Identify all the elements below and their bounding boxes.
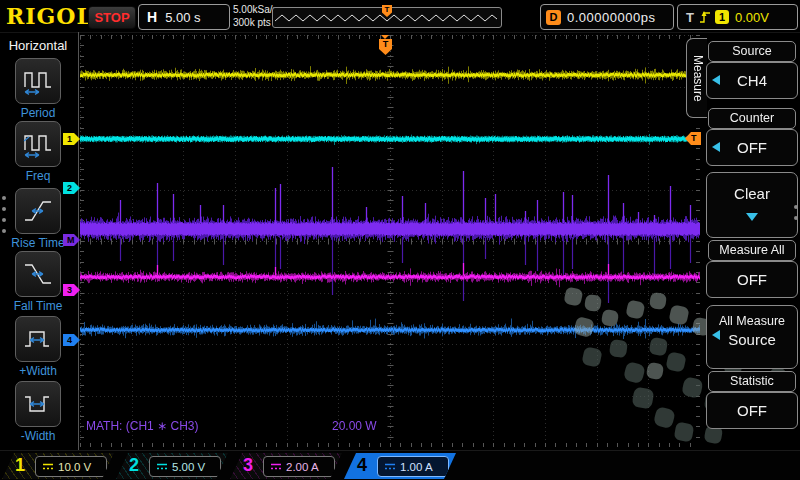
waveform-canvas bbox=[80, 35, 700, 447]
trigger-position-arrow bbox=[381, 35, 389, 39]
measure-menu-panel: Measure Source CH4 Counter OFF Clear Mea… bbox=[684, 32, 800, 450]
channel-scale-value: 5.00 V bbox=[172, 461, 205, 473]
all-measure-source-softkey[interactable]: All Measure Source bbox=[706, 305, 798, 369]
delay-box[interactable]: D 0.00000000ps bbox=[540, 4, 674, 30]
channel-scale-box: 2.00 A bbox=[263, 456, 335, 477]
rising-edge-icon bbox=[699, 10, 711, 24]
dc-coupling-icon bbox=[42, 462, 54, 471]
dc-coupling-icon bbox=[384, 462, 396, 471]
measure-tab[interactable]: Measure bbox=[686, 38, 707, 118]
channel-number: 3 bbox=[243, 455, 253, 476]
math-expression-readout: MATH: (CH1 ∗ CH3) bbox=[86, 419, 199, 433]
menu-scroll-dot bbox=[794, 216, 798, 220]
clear-softkey[interactable]: Clear bbox=[706, 172, 798, 238]
dc-coupling-icon bbox=[156, 462, 168, 471]
statistic-softkey[interactable]: OFF bbox=[706, 392, 798, 429]
channel-badge-4[interactable]: 4 1.00 A bbox=[344, 453, 456, 479]
rise-time-icon bbox=[15, 188, 61, 234]
trigger-box[interactable]: T 1 0.00V bbox=[677, 4, 798, 30]
waveform-preview[interactable]: T bbox=[272, 7, 502, 28]
fall-time-icon bbox=[15, 251, 61, 297]
sample-rate: 5.00kSa/s bbox=[233, 3, 277, 16]
channel-scale-box: 1.00 A bbox=[377, 456, 449, 477]
run-state-badge[interactable]: STOP bbox=[88, 6, 136, 29]
menu-item-plus-width[interactable]: +Width bbox=[0, 316, 76, 378]
left-menu-title: Horizontal bbox=[0, 38, 76, 53]
source-label: Source bbox=[708, 41, 796, 62]
all-measure-line2: Source bbox=[707, 331, 797, 348]
math-scale-readout: 20.00 W bbox=[332, 419, 377, 433]
left-arrow-icon bbox=[712, 142, 720, 152]
menu-scroll-dot bbox=[2, 207, 6, 211]
menu-item-label: Period bbox=[0, 106, 76, 120]
menu-scroll-dot bbox=[2, 196, 6, 200]
menu-item-label: Fall Time bbox=[0, 299, 76, 313]
menu-item-minus-width[interactable]: -Width bbox=[0, 381, 76, 443]
channel-scale-value: 2.00 A bbox=[286, 461, 319, 473]
trigger-prefix: T bbox=[686, 10, 694, 25]
delay-prefix: D bbox=[546, 10, 561, 25]
menu-item-label: -Width bbox=[0, 429, 76, 443]
measure-all-label: Measure All bbox=[708, 240, 796, 261]
channel-scale-box: 5.00 V bbox=[149, 456, 221, 477]
plus-width-icon bbox=[15, 316, 61, 362]
period-icon bbox=[15, 58, 61, 104]
channel-scale-value: 10.0 V bbox=[58, 461, 91, 473]
channel-badge-3[interactable]: 3 2.00 A bbox=[230, 453, 342, 479]
menu-scroll-dot bbox=[2, 229, 6, 233]
channel-number: 4 bbox=[357, 455, 367, 476]
horizontal-scale-value: 5.00 s bbox=[165, 10, 200, 25]
horizontal-scale-box[interactable]: H 5.00 s bbox=[138, 4, 230, 30]
dc-coupling-icon bbox=[270, 462, 282, 471]
menu-scroll-dot bbox=[2, 218, 6, 222]
left-arrow-icon bbox=[712, 330, 720, 340]
channel-number: 2 bbox=[129, 455, 139, 476]
channel-scale-value: 1.00 A bbox=[400, 461, 433, 473]
menu-item-freq[interactable]: Freq bbox=[0, 121, 76, 183]
menu-item-fall-time[interactable]: Fall Time bbox=[0, 251, 76, 313]
channel-scale-box: 10.0 V bbox=[35, 456, 107, 477]
delay-value: 0.00000000ps bbox=[567, 10, 655, 25]
left-arrow-icon bbox=[712, 75, 720, 85]
clear-label: Clear bbox=[707, 185, 797, 202]
minus-width-icon bbox=[15, 381, 61, 427]
trigger-level-value: 0.00V bbox=[735, 10, 769, 25]
menu-item-label: +Width bbox=[0, 364, 76, 378]
menu-item-label: Freq bbox=[0, 169, 76, 183]
down-arrow-icon bbox=[746, 213, 758, 221]
top-status-bar: RIGOL STOP H 5.00 s 5.00kSa/s 300k pts T… bbox=[0, 0, 800, 33]
all-measure-line1: All Measure bbox=[707, 314, 797, 328]
memory-depth: 300k pts bbox=[233, 16, 277, 29]
graticule-display: T T MATH: (CH1 ∗ CH3) 20.00 W 12M34 bbox=[80, 35, 700, 447]
acquisition-info: 5.00kSa/s 300k pts bbox=[233, 3, 277, 29]
channel-badge-1[interactable]: 1 10.0 V bbox=[2, 453, 114, 479]
freq-icon bbox=[15, 121, 61, 167]
channel-status-bar: 1 10.0 V 2 5.00 V 3 2.00 A 4 bbox=[0, 450, 800, 480]
statistic-label: Statistic bbox=[708, 371, 796, 392]
oscilloscope-screen: { "header": { "brand": "RIGOL", "run_sta… bbox=[0, 0, 800, 480]
counter-label: Counter bbox=[708, 108, 796, 129]
trigger-source-badge: 1 bbox=[715, 10, 729, 24]
menu-scroll-dot bbox=[794, 205, 798, 209]
channel-number: 1 bbox=[15, 455, 25, 476]
rigol-logo: RIGOL bbox=[6, 3, 93, 29]
measure-all-softkey[interactable]: OFF bbox=[706, 261, 798, 298]
channel-badge-2[interactable]: 2 5.00 V bbox=[116, 453, 228, 479]
menu-item-period[interactable]: Period bbox=[0, 58, 76, 120]
horizontal-prefix: H bbox=[147, 9, 157, 25]
